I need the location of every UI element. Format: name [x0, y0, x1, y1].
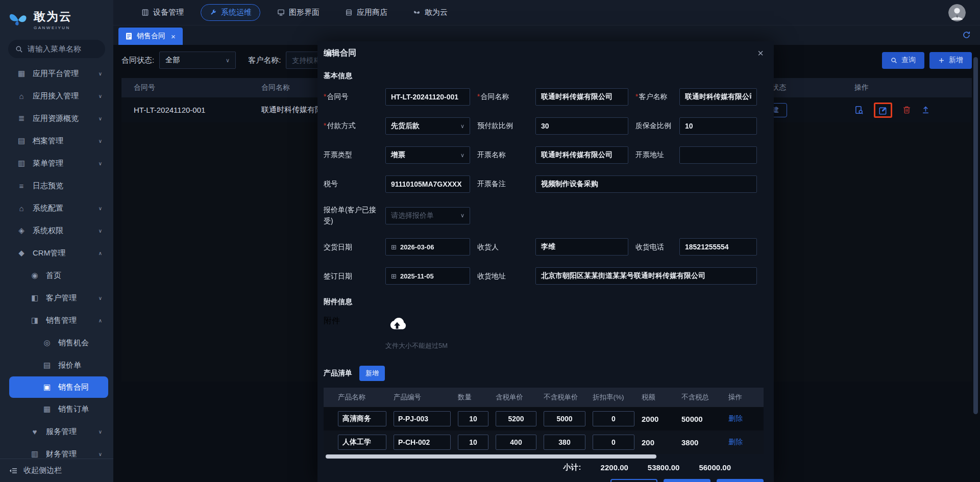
total-without-tax-cell: 50000: [681, 415, 721, 423]
discount-field[interactable]: [597, 415, 630, 423]
chevron-down-icon: ∨: [99, 93, 102, 99]
contract-no-label: 合同号: [324, 91, 378, 103]
warranty-ratio-field[interactable]: [685, 122, 751, 130]
sidebar-item-app-resources[interactable]: ≣应用资源概览∨: [0, 107, 113, 130]
price-without-tax-field[interactable]: [548, 438, 581, 446]
quantity-field[interactable]: [462, 415, 484, 423]
receive-address-field[interactable]: [541, 272, 751, 280]
store-icon: [345, 9, 353, 16]
sidebar-menu: ▦应用平台管理∨ ⌂应用接入管理∨ ≣应用资源概览∨ ▤档案管理∨ ▥菜单管理∨…: [0, 62, 113, 459]
sidebar-item-service-mgmt[interactable]: ♥服务管理∨: [0, 420, 113, 443]
product-code-field[interactable]: [398, 415, 446, 423]
quantity-field[interactable]: [462, 438, 484, 446]
sidebar-item-sales-opportunity[interactable]: ◎销售机会: [0, 332, 113, 354]
plus-icon: [938, 57, 945, 64]
contract-name-label: 合同名称: [477, 91, 528, 103]
contract-status-select[interactable]: 全部 ∨: [159, 52, 236, 69]
delete-product-link[interactable]: 删除: [728, 438, 757, 447]
sidebar-item-customer-mgmt[interactable]: ◧客户管理∨: [0, 287, 113, 309]
subtotal-row: 小计: 2200.00 53800.00 56000.00: [564, 463, 731, 472]
nav-system-ops[interactable]: 系统运维: [201, 4, 260, 21]
sidebar-item-sales-contract[interactable]: ▣销售合同: [9, 376, 108, 398]
add-product-button[interactable]: 新增: [359, 366, 385, 381]
discount-field[interactable]: [597, 438, 630, 446]
invoice-name-field[interactable]: [541, 151, 623, 159]
tax-amount-cell: 2000: [642, 415, 674, 423]
nav-ganweiyun[interactable]: 敢为云: [404, 4, 456, 21]
row-actions: [854, 103, 972, 118]
refresh-icon[interactable]: [962, 31, 971, 39]
sidebar-item-log-preview[interactable]: ≡日志预览: [0, 174, 113, 197]
invoice-address-label: 开票地址: [635, 149, 672, 161]
sidebar-item-app-platform[interactable]: ▦应用平台管理∨: [0, 62, 113, 85]
upload-icon[interactable]: [921, 106, 930, 114]
chevron-down-icon: ∨: [460, 123, 464, 130]
contract-name-field[interactable]: [541, 93, 623, 101]
menu-search-input[interactable]: 请输入菜单名称: [8, 40, 105, 58]
collapse-sidebar-button[interactable]: 收起侧边栏: [0, 459, 113, 482]
sidebar-item-sales-mgmt[interactable]: ◨销售管理∧: [0, 309, 113, 332]
modal-close-icon[interactable]: ×: [757, 48, 764, 58]
quotation-select[interactable]: 请选择报价单∨: [385, 207, 470, 224]
sidebar-item-crm[interactable]: ◆CRM管理∧: [0, 242, 113, 264]
sidebar-item-archives[interactable]: ▤档案管理∨: [0, 130, 113, 152]
invoice-type-label: 开票类型: [324, 149, 378, 161]
sign-date-picker[interactable]: ⊞2025-11-05: [385, 267, 470, 285]
chevron-down-icon: ∨: [99, 206, 102, 211]
tab-close-icon[interactable]: ×: [171, 32, 176, 41]
receiver-field[interactable]: [541, 243, 623, 251]
add-contract-button[interactable]: 新增: [929, 52, 972, 69]
product-name-field[interactable]: [342, 438, 382, 446]
subtotal-total: 56000.00: [699, 463, 731, 472]
price-with-tax-field[interactable]: [500, 438, 532, 446]
customer-name-label: 客户名称:: [248, 56, 281, 65]
receiver-phone-field[interactable]: [685, 243, 751, 251]
price-with-tax-field[interactable]: [500, 415, 532, 423]
sidebar-item-menu-mgmt[interactable]: ▥菜单管理∨: [0, 152, 113, 174]
price-without-tax-field[interactable]: [548, 415, 581, 423]
user-avatar[interactable]: [948, 4, 966, 21]
product-table: 产品名称 产品编号 数量 含税单价 不含税单价 折扣率(%) 税额 不含税总 操…: [324, 388, 764, 454]
delete-icon[interactable]: [902, 106, 911, 114]
upload-cloud-icon[interactable]: [385, 315, 409, 333]
contract-detail-icon[interactable]: [854, 106, 864, 115]
sidebar-item-sales-order[interactable]: ▦销售订单: [0, 398, 113, 420]
modal-title: 编辑合同: [324, 48, 356, 59]
prepay-ratio-field[interactable]: [541, 122, 623, 130]
payment-method-label: 付款方式: [324, 120, 378, 132]
nav-graphic-interface[interactable]: 图形界面: [268, 4, 328, 21]
top-navigation: 设备管理 系统运维 图形界面 应用商店: [113, 0, 980, 26]
server-icon: [141, 9, 149, 16]
tab-sales-contract[interactable]: 销售合同 ×: [118, 28, 183, 45]
delivery-date-picker[interactable]: ⊞2026-03-06: [385, 238, 470, 256]
modal-footer-button[interactable]: [664, 479, 710, 482]
sidebar-item-system-perms[interactable]: ◈系统权限∨: [0, 219, 113, 242]
delete-product-link[interactable]: 删除: [728, 414, 757, 423]
tax-no-field[interactable]: [391, 180, 464, 188]
product-name-field[interactable]: [342, 415, 382, 423]
modal-footer-button[interactable]: [610, 479, 657, 482]
vertical-scrollbar[interactable]: [973, 57, 978, 414]
ledger-icon: ▥: [30, 449, 40, 459]
sidebar-item-crm-home[interactable]: ◉首页: [0, 264, 113, 287]
horizontal-scrollbar[interactable]: [326, 454, 656, 459]
modal-footer-button[interactable]: [717, 479, 764, 482]
sidebar-item-quotation[interactable]: ▤报价单: [0, 354, 113, 376]
chevron-down-icon: ∨: [460, 212, 464, 219]
calendar-icon: ⊞: [391, 243, 397, 251]
brand-logo: 敢为云 GANWEIYUN: [0, 0, 113, 36]
sidebar-item-system-config[interactable]: ⌂系统配置∨: [0, 197, 113, 219]
edit-icon[interactable]: [878, 106, 888, 115]
product-code-field[interactable]: [398, 438, 446, 446]
invoice-note-field[interactable]: [541, 180, 751, 188]
customer-name-field[interactable]: [685, 93, 751, 101]
contract-no-field[interactable]: [391, 93, 464, 101]
invoice-type-select[interactable]: 增票∨: [385, 146, 470, 164]
invoice-address-field[interactable]: [685, 151, 751, 159]
nav-device-management[interactable]: 设备管理: [133, 4, 192, 21]
query-button[interactable]: 查询: [882, 52, 924, 69]
payment-method-select[interactable]: 先货后款∨: [385, 117, 470, 135]
nav-app-store[interactable]: 应用商店: [336, 4, 396, 21]
sidebar-item-finance-mgmt[interactable]: ▥财务管理∨: [0, 443, 113, 459]
sidebar-item-app-access[interactable]: ⌂应用接入管理∨: [0, 85, 113, 107]
